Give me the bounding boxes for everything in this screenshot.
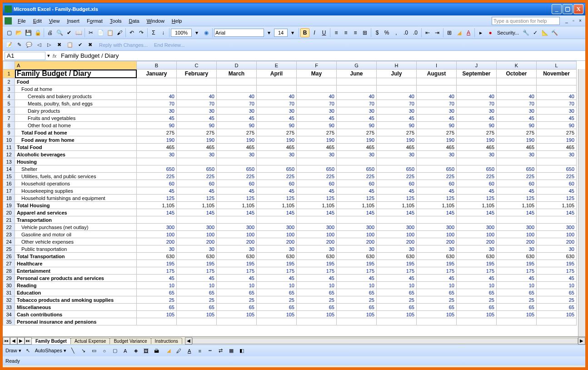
cell-L19[interactable]: 1,105 <box>537 202 577 209</box>
cell-H24[interactable]: 200 <box>377 238 417 245</box>
cell-J35[interactable] <box>457 318 497 325</box>
cell-K16[interactable]: 60 <box>497 180 537 187</box>
cell-B28[interactable]: 175 <box>137 267 177 275</box>
cell-E4[interactable]: 40 <box>257 93 297 100</box>
cell-F12[interactable]: 30 <box>297 151 337 158</box>
autoshapes-menu[interactable]: AutoShapes ▾ <box>34 348 67 354</box>
cell-A4[interactable]: Cereals and bakery products <box>15 93 137 100</box>
cell-L16[interactable]: 60 <box>537 180 577 187</box>
row-header-16[interactable]: 16 <box>3 180 15 187</box>
menu-edit[interactable]: Edit <box>30 17 45 25</box>
cell-I10[interactable]: 190 <box>417 136 457 144</box>
cell-E21[interactable] <box>257 216 297 224</box>
cell-D6[interactable]: 30 <box>217 107 257 115</box>
cell-I20[interactable]: 145 <box>417 209 457 216</box>
cell-F28[interactable]: 175 <box>297 267 337 275</box>
accept-change-button[interactable]: ✔ <box>75 40 85 50</box>
cell-L14[interactable]: 650 <box>537 165 577 173</box>
cell-D25[interactable]: 30 <box>217 245 257 253</box>
cell-H21[interactable] <box>377 216 417 224</box>
cell-K11[interactable]: 465 <box>497 144 537 151</box>
cell-A19[interactable]: Total Housing <box>15 202 137 209</box>
cell-K4[interactable]: 40 <box>497 93 537 100</box>
autosum-button[interactable]: Σ <box>149 28 158 37</box>
cell-J25[interactable]: 30 <box>457 245 497 253</box>
cell-B11[interactable]: 465 <box>137 144 177 151</box>
col-header-B[interactable]: B <box>137 61 177 70</box>
cell-A35[interactable]: Personal insurance and pensions <box>15 318 137 325</box>
cell-J19[interactable]: 1,105 <box>457 202 497 209</box>
cell-B15[interactable]: 225 <box>137 173 177 180</box>
cell-G4[interactable]: 40 <box>337 93 377 100</box>
row-header-12[interactable]: 12 <box>3 151 15 158</box>
row-11[interactable]: 11Total Food4654654654654654654654654654… <box>3 144 577 151</box>
cell-F26[interactable]: 630 <box>297 253 337 260</box>
cell-A16[interactable]: Household operations <box>15 180 137 187</box>
sheet-tab-actual-expense[interactable]: Actual Expense <box>70 338 110 344</box>
cell-F19[interactable]: 1,105 <box>297 202 337 209</box>
row-3[interactable]: 3Food at home <box>3 85 577 93</box>
cell-A22[interactable]: Vehicle purchases (net outlay) <box>15 224 137 231</box>
col-header-H[interactable]: H <box>377 61 417 70</box>
zoom-input[interactable] <box>171 29 192 37</box>
name-box[interactable] <box>5 52 45 60</box>
cell-E22[interactable]: 300 <box>257 224 297 231</box>
cell-F27[interactable]: 195 <box>297 260 337 267</box>
preview-button[interactable]: 🔍 <box>55 28 64 37</box>
cell-H35[interactable] <box>377 318 417 325</box>
cell-H14[interactable]: 650 <box>377 165 417 173</box>
menu-format[interactable]: Format <box>84 17 106 25</box>
cell-D10[interactable]: 190 <box>217 136 257 144</box>
cell-J30[interactable]: 10 <box>457 282 497 289</box>
cell-H11[interactable]: 465 <box>377 144 417 151</box>
cell-D20[interactable]: 145 <box>217 209 257 216</box>
cell-A13[interactable]: Housing <box>15 158 137 165</box>
row-8[interactable]: 8Other food at home909090909090909090909… <box>3 122 577 129</box>
cell-K21[interactable] <box>497 216 537 224</box>
cell-H6[interactable]: 30 <box>377 107 417 115</box>
cell-C20[interactable]: 145 <box>177 209 217 216</box>
cell-F8[interactable]: 90 <box>297 122 337 129</box>
row-header-23[interactable]: 23 <box>3 231 15 238</box>
cell-I26[interactable]: 630 <box>417 253 457 260</box>
cell-A17[interactable]: Housekeeping supplies <box>15 187 137 195</box>
row-24[interactable]: 24Other vehicle expenses2002002002002002… <box>3 238 577 245</box>
cell-I17[interactable]: 45 <box>417 187 457 195</box>
cell-J28[interactable]: 175 <box>457 267 497 275</box>
cell-G34[interactable]: 105 <box>337 311 377 318</box>
cell-E34[interactable]: 105 <box>257 311 297 318</box>
cell-K20[interactable]: 145 <box>497 209 537 216</box>
cell-L18[interactable]: 125 <box>537 195 577 202</box>
cell-C5[interactable]: 70 <box>177 100 217 107</box>
cell-C33[interactable]: 65 <box>177 304 217 311</box>
cell-E32[interactable]: 25 <box>257 296 297 304</box>
cell-K2[interactable] <box>497 78 537 85</box>
row-25[interactable]: 25Public transportation30303030303030303… <box>3 245 577 253</box>
cell-A28[interactable]: Entertainment <box>15 267 137 275</box>
col-header-C[interactable]: C <box>177 61 217 70</box>
cell-A24[interactable]: Other vehicle expenses <box>15 238 137 245</box>
cell-J18[interactable]: 125 <box>457 195 497 202</box>
cell-L1[interactable]: November <box>537 70 577 78</box>
cell-L29[interactable]: 45 <box>537 275 577 282</box>
cell-I23[interactable]: 100 <box>417 231 457 238</box>
cell-K8[interactable]: 90 <box>497 122 537 129</box>
row-19[interactable]: 19Total Housing1,1051,1051,1051,1051,105… <box>3 202 577 209</box>
cell-C10[interactable]: 190 <box>177 136 217 144</box>
cell-L6[interactable]: 30 <box>537 107 577 115</box>
cell-K25[interactable]: 30 <box>497 245 537 253</box>
research-button[interactable]: 📖 <box>74 28 83 37</box>
paste-button[interactable]: 📋 <box>105 28 115 37</box>
cell-E2[interactable] <box>257 78 297 85</box>
cell-E8[interactable]: 90 <box>257 122 297 129</box>
cell-J12[interactable]: 30 <box>457 151 497 158</box>
cell-L10[interactable]: 190 <box>537 136 577 144</box>
cell-L32[interactable]: 25 <box>537 296 577 304</box>
cell-E13[interactable] <box>257 158 297 165</box>
cell-C31[interactable]: 65 <box>177 289 217 296</box>
cell-J29[interactable]: 45 <box>457 275 497 282</box>
cell-B18[interactable]: 125 <box>137 195 177 202</box>
cell-J32[interactable]: 25 <box>457 296 497 304</box>
cell-G6[interactable]: 30 <box>337 107 377 115</box>
cell-G10[interactable]: 190 <box>337 136 377 144</box>
